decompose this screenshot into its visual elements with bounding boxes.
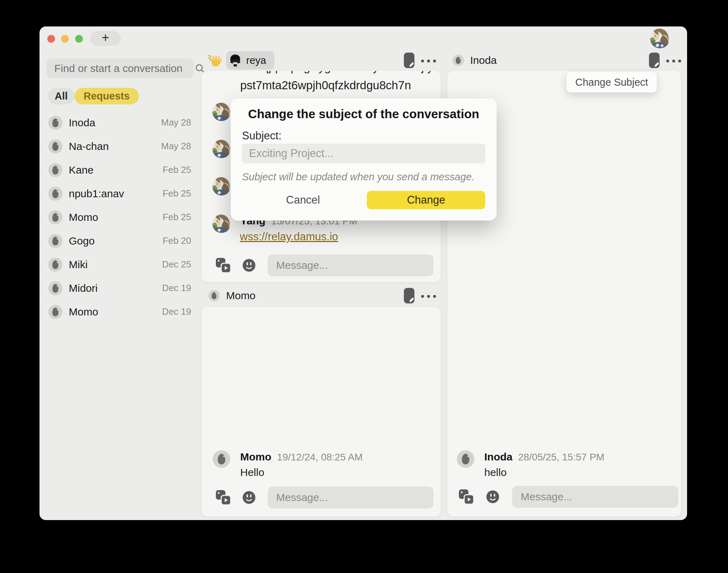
conversation-list-item[interactable]: Inoda May 28 <box>48 111 193 134</box>
conversation-name: npub1:anav <box>69 188 124 200</box>
default-bird-avatar <box>48 281 63 296</box>
wave-hand-icon <box>207 53 223 68</box>
conversation-name: Na-chan <box>69 140 109 152</box>
conversation-date: Feb 25 <box>163 212 191 223</box>
conversation-date: Dec 19 <box>162 283 191 294</box>
chat-title-label: Momo <box>226 290 255 302</box>
message-meta: Momo 19/12/24, 08:25 AM <box>240 451 363 463</box>
default-bird-avatar <box>208 290 220 302</box>
conversation-name: Momo <box>69 306 98 318</box>
change-subject-dialog: Change the subject of the conversation S… <box>231 98 497 221</box>
filter-tab-all[interactable]: All <box>48 88 74 104</box>
conversation-list-item[interactable]: Midori Dec 19 <box>48 276 193 300</box>
yang-avatar <box>212 177 231 195</box>
subject-label: Subject: <box>242 129 281 142</box>
desktop: + <box>0 0 728 573</box>
default-bird-avatar <box>48 186 63 201</box>
change-subject-note-icon[interactable] <box>402 287 416 306</box>
relay-link[interactable]: wss://relay.damus.io <box>240 230 338 243</box>
message-input[interactable] <box>268 254 433 276</box>
inoda-avatar <box>456 450 475 468</box>
conversation-search <box>47 59 194 78</box>
default-bird-avatar <box>48 257 63 272</box>
momo-avatar <box>212 450 231 468</box>
message-sender: Momo <box>240 451 271 463</box>
default-bird-avatar <box>48 139 63 154</box>
chat-panel-momo: Momo 19/12/24, 08:25 AM Hello <box>201 307 441 517</box>
more-options-icon[interactable] <box>420 294 437 300</box>
conversation-date: Dec 19 <box>162 306 191 317</box>
conversation-name: Miki <box>69 259 87 271</box>
account-avatar[interactable] <box>650 29 670 48</box>
conversation-date: Feb 20 <box>163 235 191 246</box>
conversation-date: Feb 25 <box>163 188 191 199</box>
attach-media-icon[interactable] <box>215 489 231 506</box>
conversation-list-item[interactable]: Momo Dec 19 <box>48 300 193 324</box>
dialog-title: Change the subject of the conversation <box>231 107 497 121</box>
new-tab-button[interactable]: + <box>90 31 121 46</box>
message-timestamp: 28/05/25, 15:57 PM <box>518 452 604 463</box>
chat-title-momo[interactable]: Momo <box>208 290 255 302</box>
chat-title-inoda[interactable]: Inoda <box>452 54 497 66</box>
attach-media-icon[interactable] <box>215 257 231 273</box>
conversation-date: May 28 <box>161 117 191 128</box>
cancel-button[interactable]: Cancel <box>273 191 333 209</box>
yang-avatar <box>212 103 231 121</box>
default-bird-avatar <box>48 234 63 248</box>
conversation-name: Midori <box>69 282 98 294</box>
conversation-name: Gogo <box>69 235 95 247</box>
conversation-list-item[interactable]: Na-chan May 28 <box>48 134 193 158</box>
message-text: Hello <box>240 466 264 478</box>
yang-avatar <box>212 140 231 158</box>
message-sender: Inoda <box>484 451 512 463</box>
change-subject-note-icon[interactable] <box>647 52 661 70</box>
emoji-picker-icon[interactable] <box>486 490 500 504</box>
subject-input[interactable] <box>242 144 485 163</box>
conversation-date: May 28 <box>161 141 191 152</box>
change-subject-note-icon[interactable] <box>402 52 416 70</box>
change-subject-tooltip: Change Subject <box>566 72 657 92</box>
message-meta: Inoda 28/05/25, 15:57 PM <box>484 451 604 463</box>
conversation-list-item[interactable]: Miki Dec 25 <box>48 253 193 276</box>
more-options-icon[interactable] <box>420 58 437 65</box>
more-options-icon[interactable] <box>666 58 682 65</box>
conversation-name: Kane <box>69 164 93 176</box>
attach-media-icon[interactable] <box>458 489 474 505</box>
zoom-window-button[interactable] <box>75 35 83 43</box>
reya-avatar <box>229 54 242 67</box>
message-input[interactable] <box>268 487 433 508</box>
emoji-picker-icon[interactable] <box>242 258 256 272</box>
change-button[interactable]: Change <box>367 191 485 209</box>
conversation-name: Momo <box>69 211 98 223</box>
conversation-date: Feb 25 <box>163 164 191 175</box>
conversation-list-item[interactable]: Gogo Feb 20 <box>48 229 193 253</box>
subject-note: Subject will be updated when you send a … <box>242 171 474 183</box>
conversation-list-item[interactable]: Kane Feb 25 <box>48 158 193 182</box>
npub-line: pst7mta2t6wpjh0qfzkdrdgu8ch7n <box>240 79 411 92</box>
npub-line-clipped: kotoqjqtmpdgzlygn4nf3ooyhzknvvnjfy <box>240 71 433 74</box>
app-window: + <box>40 26 687 520</box>
default-bird-avatar <box>48 304 63 319</box>
search-input[interactable] <box>47 62 195 74</box>
conversation-name: Inoda <box>69 117 95 129</box>
chat-title-reya[interactable]: reya <box>226 51 274 70</box>
conversation-date: Dec 25 <box>162 259 191 270</box>
account-menu[interactable] <box>650 29 687 50</box>
close-window-button[interactable] <box>47 35 55 43</box>
message-text: hello <box>484 466 506 478</box>
chat-title-label: Inoda <box>470 54 497 66</box>
message-timestamp: 19/12/24, 08:25 AM <box>277 452 363 463</box>
filter-tab-requests[interactable]: Requests <box>74 88 139 104</box>
conversation-list-item[interactable]: npub1:anav Feb 25 <box>48 182 193 205</box>
default-bird-avatar <box>48 115 63 130</box>
default-bird-avatar <box>452 54 464 66</box>
conversation-list: Inoda May 28 Na-chan May 28 Kane Feb 25 … <box>48 111 193 324</box>
emoji-picker-icon[interactable] <box>242 490 256 505</box>
conversation-list-item[interactable]: Momo Feb 25 <box>48 205 193 229</box>
default-bird-avatar <box>48 210 63 225</box>
yang-avatar <box>212 215 231 233</box>
default-bird-avatar <box>48 163 63 177</box>
chat-title-label: reya <box>246 55 266 66</box>
minimize-window-button[interactable] <box>61 35 69 43</box>
message-input[interactable] <box>512 486 678 508</box>
